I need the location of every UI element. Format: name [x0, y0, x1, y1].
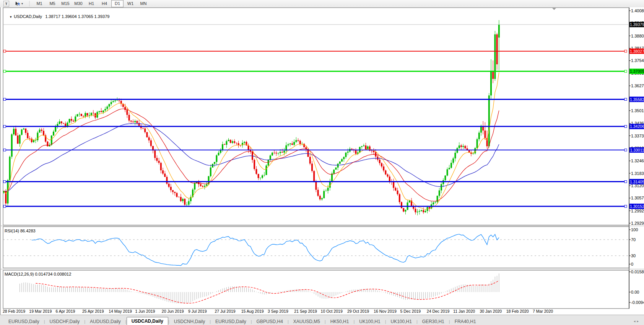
date-axis-label: 10 Oct 2019 — [321, 309, 343, 314]
rsi-axis-label: 0 — [631, 262, 633, 266]
macd-plot-frame[interactable] — [3, 270, 629, 309]
date-axis-label: 19 Mar 2019 — [29, 309, 52, 314]
symbol-tab-uk100-h1[interactable]: UK100,H1 — [386, 318, 416, 325]
date-axis-label: 14 May 2019 — [109, 309, 132, 314]
symbol-tab-usdcad-daily[interactable]: USDCAD,Daily — [127, 317, 168, 325]
rsi-indicator-label: RSI(14) 86.4283 — [5, 229, 36, 233]
date-axis-label: 29 Oct 2019 — [347, 309, 369, 314]
symbol-tab-uk100-h1[interactable]: UK100,H1 — [355, 318, 385, 325]
macd-axis-label: 0.00 — [631, 290, 639, 294]
timeframe-button-w1[interactable]: W1 — [124, 0, 137, 7]
tab-scroll-arrows[interactable]: ◂▸ — [634, 319, 640, 323]
symbol-tab-gbpusd-h4[interactable]: GBPUSD,H4 — [252, 318, 288, 325]
price-axis-label: 1.33735 — [631, 134, 644, 138]
hline-price-tag-text: 1.37005 — [630, 69, 644, 73]
price-axis-label: 1.29925 — [631, 209, 644, 213]
cursor-arrows-icon — [15, 1, 21, 7]
price-axis-label: 1.32460 — [631, 158, 644, 163]
text-tool-icon: T — [3, 1, 9, 7]
price-axis-label: 1.37545 — [631, 58, 644, 63]
hline-price-tag-text: 1.38027 — [630, 49, 644, 54]
date-axis-label: 18 Feb 2020 — [506, 309, 529, 314]
symbol-tab-usdchf-daily[interactable]: USDCHF,Daily — [45, 318, 85, 325]
symbol-tab-bar: EURUSD,Daily|USDCHF,Daily|AUDUSD,Daily|U… — [0, 315, 644, 325]
symbol-tab-fra40-h1[interactable]: FRA40,H1 — [450, 318, 481, 325]
date-axis-label: 20 Jun 2019 — [162, 309, 184, 314]
symbol-tab-eurusd-daily[interactable]: EURUSD,Daily — [211, 318, 251, 325]
date-axis-label: 5 Dec 2019 — [400, 309, 421, 314]
timeframe-button-m30[interactable]: M30 — [72, 0, 85, 7]
date-axis-label: 30 Jan 2020 — [480, 309, 502, 314]
date-axis-label: 15 Aug 2019 — [241, 309, 264, 314]
text-annotation-button[interactable]: T — [2, 0, 11, 7]
hline-price-tag-text: 1.33011 — [630, 148, 644, 152]
price-axis-label: 1.38805 — [631, 34, 644, 38]
chart-title: ▼USDCAD,Daily1.38717 1.39604 1.37065 1.3… — [5, 10, 109, 23]
timeframe-button-mn[interactable]: MN — [137, 0, 150, 7]
hline-price-tag-text: 1.31405 — [630, 180, 644, 184]
price-axis-label: 1.35010 — [631, 108, 644, 113]
timeframe-button-group: M1M5M15M30H1H4D1W1MN — [33, 0, 150, 7]
symbol-tab-usdcnh-daily[interactable]: USDCNH,Daily — [169, 318, 210, 325]
chart-canvas[interactable]: 1.400801.394501.388051.381751.375451.369… — [1, 7, 644, 315]
hline-price-tag-text: 1.30152 — [630, 204, 644, 209]
ohlc-low: 1.37065 — [78, 14, 93, 19]
rsi-axis-label: 30 — [631, 253, 636, 258]
rsi-plot-frame[interactable] — [3, 227, 629, 268]
price-axis-label: 1.29295 — [631, 221, 644, 225]
price-axis-label: 1.31830 — [631, 171, 644, 176]
timeframe-button-m1[interactable]: M1 — [33, 0, 46, 7]
price-axis-label: 1.40080 — [631, 8, 644, 13]
date-axis-label: 7 Mar 2020 — [533, 309, 553, 314]
date-axis-label: 25 Apr 2019 — [82, 309, 104, 314]
timeframe-button-m15[interactable]: M15 — [59, 0, 72, 7]
ohlc-close: 1.39379 — [94, 14, 110, 19]
mt4-terminal: { "toolbar": { "text_tool_label": "T", "… — [0, 0, 644, 325]
timeframe-button-d1[interactable]: D1 — [111, 0, 124, 7]
toolbar-grip[interactable] — [29, 1, 31, 7]
symbol-tab-xauusd-m5[interactable]: XAUUSD,M5 — [289, 318, 325, 325]
rsi-axis-label: 70 — [631, 237, 636, 242]
timeframe-button-h1[interactable]: H1 — [85, 0, 98, 7]
symbol-tab-hk50-h1[interactable]: HK50,H1 — [326, 318, 354, 325]
symbol-tab-audusd-daily[interactable]: AUDUSD,Daily — [85, 318, 125, 325]
symbol-tab-ger30-h1[interactable]: GER30,H1 — [418, 318, 449, 325]
ohlc-high: 1.39604 — [62, 14, 77, 19]
date-axis-label: 1 Jun 2019 — [135, 309, 155, 314]
tabs-container: EURUSD,Daily|USDCHF,Daily|AUDUSD,Daily|U… — [4, 317, 481, 325]
chart-symbol-label: USDCAD,Daily — [14, 14, 42, 19]
dropdown-caret-icon: ▾ — [21, 2, 23, 5]
date-axis-label: 21 Sep 2019 — [294, 309, 317, 314]
chart-window[interactable]: 1.400801.394501.388051.381751.375451.369… — [0, 7, 644, 315]
price-axis-label: 1.30570 — [631, 196, 644, 200]
date-axis-label: 3 Sep 2019 — [268, 309, 288, 314]
timeframe-button-h4[interactable]: H4 — [98, 0, 111, 7]
hline-price-tag-text: 1.34206 — [630, 124, 644, 129]
date-axis-label: 24 Dec 2019 — [427, 309, 450, 314]
price-axis-label: 1.36270 — [631, 83, 644, 88]
date-axis-label: 11 Jan 2020 — [453, 309, 475, 314]
tab-scroll-right-icon[interactable]: ▸ — [637, 319, 640, 323]
macd-indicator-label: MACD(12,26,9) 0.014734 0.008012 — [5, 272, 71, 276]
date-axis-label: 6 Apr 2019 — [56, 309, 75, 314]
top-toolbar: T ▾ M1M5M15M30H1H4D1W1MN — [0, 0, 644, 8]
date-axis-label: 27 Jul 2019 — [215, 309, 235, 314]
cursor-tools-button[interactable]: ▾ — [13, 0, 25, 7]
current-price-tag-text: 1.39379 — [630, 22, 644, 27]
timeframe-button-m5[interactable]: M5 — [46, 0, 59, 7]
date-axis-label: 16 Nov 2019 — [374, 309, 397, 314]
symbol-tab-eurusd-daily[interactable]: EURUSD,Daily — [4, 318, 44, 325]
date-axis-label: 9 Jul 2019 — [188, 309, 207, 314]
hline-price-tag-text: 1.35582 — [630, 97, 644, 102]
date-axis-label: 28 Feb 2019 — [3, 309, 25, 314]
ohlc-open: 1.38717 — [45, 14, 60, 19]
rsi-axis-label: 100 — [631, 227, 638, 232]
collapse-caret-icon[interactable]: ▼ — [9, 15, 12, 19]
macd-axis-label: -0.009432 — [631, 300, 644, 305]
macd-axis-label: 0.015884 — [631, 269, 644, 274]
